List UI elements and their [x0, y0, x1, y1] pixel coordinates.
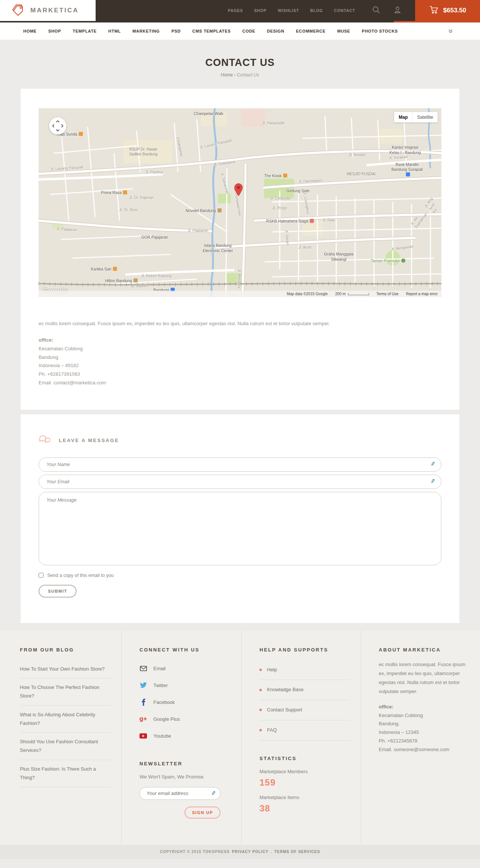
header-nav-wishlist[interactable]: WISHLIST	[278, 8, 299, 13]
map-label: Istana Bandung Electronic Center	[203, 243, 233, 253]
contact-info-panel: Champelas Walk Jl. Hasanudin Raja Sunda …	[21, 89, 459, 410]
terms-of-services-link[interactable]: TERMS OF SERVICES	[274, 850, 320, 854]
map-copyright: Map data ©2015 Google	[287, 292, 328, 296]
message-textarea[interactable]	[39, 492, 441, 565]
contact-intro-text: ec mollis lorem consequat. Fusce ipsum e…	[39, 320, 441, 328]
footer: FROM OUR BLOG How To Start Your Own Fash…	[0, 630, 480, 845]
newsletter-email-input[interactable]	[140, 787, 220, 800]
blog-post-link[interactable]: What is So Alluring About Celebrity Fash…	[20, 706, 111, 733]
square-bullet-icon	[260, 729, 262, 731]
address-line: Kecamatan Coblong	[379, 711, 470, 720]
map-scale: 200 m	[335, 292, 369, 296]
nav-code[interactable]: CODE	[242, 29, 255, 33]
nav-psd[interactable]: PSD	[171, 29, 181, 33]
user-account-icon[interactable]	[393, 6, 402, 15]
nav-template[interactable]: TEMPLATE	[73, 29, 97, 33]
footer-help-column: HELP AND SUPPORTS HelpKnowladge BaseCont…	[242, 630, 361, 845]
poi-icon	[401, 258, 405, 263]
connect-column-title: CONNECT WITH US	[140, 647, 231, 653]
map-label: RSKB Halmahera Siaga	[266, 219, 314, 224]
square-bullet-icon	[260, 669, 262, 671]
header-nav-pages[interactable]: PAGES	[228, 8, 243, 13]
stat-members-value: 159	[260, 777, 350, 788]
help-link[interactable]: FAQ	[260, 720, 350, 741]
newsletter-title: NEWSLETTER	[140, 761, 220, 766]
map-label: Novotel Bandung	[186, 208, 222, 214]
google-map[interactable]: Champelas Walk Jl. Hasanudin Raja Sunda …	[39, 108, 441, 297]
chat-bubbles-icon	[39, 435, 51, 446]
address-line: Ph. +6212345678	[379, 737, 470, 745]
help-link[interactable]: Knowladge Base	[260, 680, 350, 700]
about-text: ec mollis lorem consequat. Fusce ipsum e…	[379, 660, 470, 696]
nav-ecommerce[interactable]: ECOMMERCE	[296, 29, 326, 33]
social-google-plus[interactable]: g+ Google Plus	[140, 711, 231, 728]
help-links-list: HelpKnowladge BaseContact SupportFAQ	[260, 660, 350, 741]
map-label: Jl. Pajajaran	[188, 228, 208, 233]
blog-post-link[interactable]: Should You Use Fashion Consultant Servic…	[20, 733, 111, 760]
cart-button[interactable]: $653.50	[415, 0, 480, 21]
poi-icon	[218, 208, 222, 212]
blog-post-list: How To Start Your Own Fashion Store?How …	[20, 660, 111, 787]
header-nav-shop[interactable]: SHOP	[254, 8, 267, 13]
breadcrumb-home-link[interactable]: Home	[221, 72, 233, 78]
map-view-button[interactable]: Map	[394, 112, 412, 123]
youtube-icon	[140, 733, 147, 739]
name-input[interactable]	[39, 457, 441, 472]
map-marker-pin[interactable]	[234, 183, 243, 198]
copyright-bar: COPYRIGHT © 2015 TOKOPRESS PRIVACY POLIC…	[0, 845, 480, 859]
blog-post-link[interactable]: How To Choose The Perfect Fashion Store?	[20, 678, 111, 706]
square-bullet-icon	[260, 709, 262, 711]
map-label: Bank Mandiri Bandung Surapati	[390, 162, 424, 178]
nav-marketing[interactable]: MARKETING	[132, 29, 160, 33]
help-link[interactable]: Contact Support	[260, 700, 350, 720]
address-line: Kecamatan Coblong	[39, 345, 441, 353]
nav-html[interactable]: HTML	[108, 29, 121, 33]
header-nav: PAGES SHOP WISHLIST BLOG CONTACT	[228, 0, 355, 21]
map-label: Hilton Bandung	[105, 278, 138, 284]
email-icon	[140, 666, 147, 671]
facebook-icon	[140, 699, 147, 706]
social-facebook[interactable]: Facebook	[140, 694, 231, 711]
privacy-policy-link[interactable]: PRIVACY POLICY	[232, 850, 268, 854]
map-label: Jl. Hasanudin	[262, 121, 285, 125]
email-input[interactable]	[39, 475, 441, 489]
map-pan-control[interactable]	[49, 117, 66, 134]
signup-button[interactable]: SIGN UP	[184, 807, 220, 819]
address-line: Ph. +62817391083	[39, 370, 441, 379]
nav-cms-templates[interactable]: CMS TEMPLATES	[192, 29, 231, 33]
copyright-text: COPYRIGHT © 2015 TOKOPRESS	[160, 850, 230, 854]
top-header: MARKETICA PAGES SHOP WISHLIST BLOG CONTA…	[0, 0, 480, 21]
help-link[interactable]: Help	[260, 660, 350, 680]
search-icon[interactable]	[372, 5, 381, 16]
send-copy-checkbox[interactable]	[39, 573, 44, 578]
map-attribution-bar: Map data ©2015 Google 200 m Terms of Use…	[39, 291, 441, 297]
header-nav-blog[interactable]: BLOG	[310, 8, 323, 13]
map-label: Champelas Walk	[194, 111, 223, 117]
poi-icon	[283, 173, 287, 178]
satellite-view-button[interactable]: Satellite	[412, 112, 438, 123]
nav-home[interactable]: HOME	[23, 29, 37, 33]
report-map-error-link[interactable]: Report a map error	[406, 292, 438, 296]
chevron-double-down-icon[interactable]	[448, 29, 453, 33]
header-nav-contact[interactable]: CONTACT	[334, 8, 355, 13]
map-label: Jl. Industri	[131, 283, 148, 288]
social-youtube[interactable]: Youtube	[140, 728, 231, 744]
stat-items-value: 38	[260, 803, 350, 814]
google-plus-icon: g+	[140, 715, 147, 723]
submit-button[interactable]: SUBMIT	[39, 585, 76, 598]
about-column-title: ABOUT MARKETICA	[379, 647, 470, 653]
nav-muse[interactable]: MUSE	[337, 29, 350, 33]
blog-post-link[interactable]: Plus Size Fashion: Is There Such a Thing…	[20, 760, 111, 787]
social-twitter[interactable]: Twitter	[140, 677, 231, 694]
nav-photo-stocks[interactable]: PHOTO STOCKS	[362, 29, 398, 33]
map-label: Jl. Pasteur	[146, 170, 163, 175]
stat-items-label: Marketplace Items	[260, 795, 350, 800]
blog-post-link[interactable]: How To Start Your Own Fashion Store?	[20, 660, 111, 679]
nav-design[interactable]: DESIGN	[267, 29, 284, 33]
brand-logo[interactable]: MARKETICA	[0, 0, 96, 21]
cart-icon	[429, 5, 439, 16]
terms-of-use-link[interactable]: Terms of Use	[376, 292, 399, 296]
poi-icon	[310, 219, 314, 223]
social-email[interactable]: Email	[140, 660, 231, 677]
nav-shop[interactable]: SHOP	[48, 29, 61, 33]
